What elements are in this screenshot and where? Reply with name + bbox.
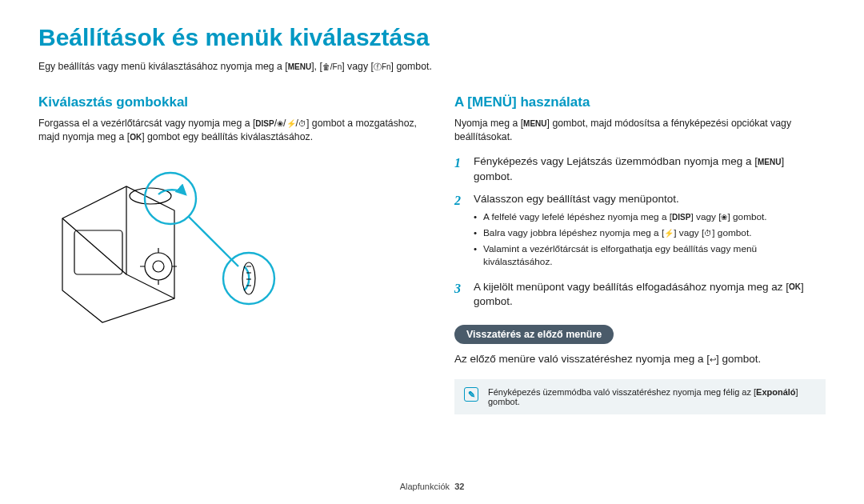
intro-mid2: ] vagy [ bbox=[342, 61, 374, 72]
right-p1: Nyomja meg a [ bbox=[454, 118, 523, 129]
left-p1: Forgassa el a vezérlőtárcsát vagy nyomja… bbox=[38, 118, 255, 129]
intro-text: Egy beállítás vagy menü kiválasztásához … bbox=[38, 61, 826, 72]
note-bold: Exponáló bbox=[756, 387, 796, 397]
bullet-1: A felfelé vagy lefelé lépéshez nyomja me… bbox=[474, 211, 826, 224]
right-column: A [MENÜ] használata Nyomja meg a [MENU] … bbox=[454, 94, 826, 414]
intro-mid1: ], [ bbox=[311, 61, 322, 72]
step-1: 1 Fényképezés vagy Lejátszás üzemmódban … bbox=[454, 154, 826, 183]
step1-p1: Fényképezés vagy Lejátszás üzemmódban ny… bbox=[474, 155, 758, 167]
step-3: 3 A kijelölt menüpont vagy beállítás elf… bbox=[454, 280, 826, 309]
note-icon: ✎ bbox=[464, 387, 478, 402]
fn-circle-icon: ⓕFn bbox=[374, 62, 391, 72]
trash-fn-icon: 🗑/Fn bbox=[322, 62, 342, 72]
back-icon: ↩ bbox=[710, 354, 716, 365]
camera-illustration bbox=[38, 154, 278, 338]
menu-icon: MENU bbox=[288, 62, 311, 72]
steps-list: 1 Fényképezés vagy Lejátszás üzemmódban … bbox=[454, 154, 826, 309]
step2-text: Válasszon egy beállítást vagy menüpontot… bbox=[474, 193, 679, 205]
b1-p1: A felfelé vagy lefelé lépéshez nyomja me… bbox=[483, 211, 672, 222]
intro-pre: Egy beállítás vagy menü kiválasztásához … bbox=[38, 61, 288, 72]
svg-point-2 bbox=[153, 261, 164, 272]
step-number: 2 bbox=[454, 192, 466, 272]
flash-icon: ⚡ bbox=[286, 119, 296, 130]
timer-icon: ⏱ bbox=[298, 119, 306, 130]
left-body: Forgassa el a vezérlőtárcsát vagy nyomja… bbox=[38, 117, 430, 143]
ok-icon: OK bbox=[130, 132, 142, 142]
ok-icon: OK bbox=[789, 282, 801, 293]
right-body: Nyomja meg a [MENU] gombot, majd módosít… bbox=[454, 117, 826, 143]
left-heading: Kiválasztás gombokkal bbox=[38, 94, 430, 110]
flash-icon: ⚡ bbox=[664, 228, 674, 238]
b1-p2: ] vagy [ bbox=[690, 211, 721, 222]
menu-icon: MENU bbox=[523, 119, 546, 130]
left-p3: ] gombot egy beállítás kiválasztásához. bbox=[142, 131, 313, 142]
intro-post: ] gombot. bbox=[391, 61, 432, 72]
b2-p2: ] vagy [ bbox=[674, 227, 704, 238]
disp-icon: DISP bbox=[672, 212, 690, 222]
menu-icon: MENU bbox=[758, 157, 781, 167]
step2-bullets: A felfelé vagy lefelé lépéshez nyomja me… bbox=[474, 211, 826, 269]
left-column: Kiválasztás gombokkal Forgassa el a vezé… bbox=[38, 94, 430, 414]
back-heading-pill: Visszatérés az előző menüre bbox=[454, 325, 614, 344]
page-footer: Alapfunkciók 32 bbox=[0, 482, 864, 491]
footer-label: Alapfunkciók bbox=[400, 482, 450, 491]
b1-p3: ] gombot. bbox=[727, 211, 766, 222]
b2-p3: ] gombot. bbox=[712, 227, 751, 238]
right-heading: A [MENÜ] használata bbox=[454, 94, 826, 110]
svg-rect-0 bbox=[74, 230, 122, 274]
macro-icon: ❀ bbox=[277, 119, 283, 130]
svg-point-1 bbox=[145, 253, 172, 280]
note-box: ✎ Fényképezés üzemmódba való visszatérés… bbox=[454, 379, 826, 414]
note-text: Fényképezés üzemmódba való visszatéréshe… bbox=[488, 387, 816, 406]
back-p2: ] gombot. bbox=[716, 353, 761, 365]
note-p1: Fényképezés üzemmódba való visszatéréshe… bbox=[488, 387, 756, 397]
footer-page: 32 bbox=[454, 482, 464, 491]
disp-icon: DISP bbox=[255, 119, 274, 130]
timer-icon: ⏱ bbox=[704, 228, 712, 238]
b2-p1: Balra vagy jobbra lépéshez nyomja meg a … bbox=[483, 227, 664, 238]
bullet-3: Valamint a vezérlőtárcsát is elforgathat… bbox=[474, 243, 826, 269]
step-number: 1 bbox=[454, 154, 466, 183]
step3-p1: A kijelölt menüpont vagy beállítás elfog… bbox=[474, 281, 789, 293]
back-p1: Az előző menüre való visszatéréshez nyom… bbox=[454, 353, 710, 365]
step-2: 2 Válasszon egy beállítást vagy menüpont… bbox=[454, 192, 826, 272]
page-title: Beállítások és menük kiválasztása bbox=[38, 24, 826, 51]
step-number: 3 bbox=[454, 280, 466, 309]
bullet-2: Balra vagy jobbra lépéshez nyomja meg a … bbox=[474, 227, 826, 240]
back-body: Az előző menüre való visszatéréshez nyom… bbox=[454, 352, 826, 366]
